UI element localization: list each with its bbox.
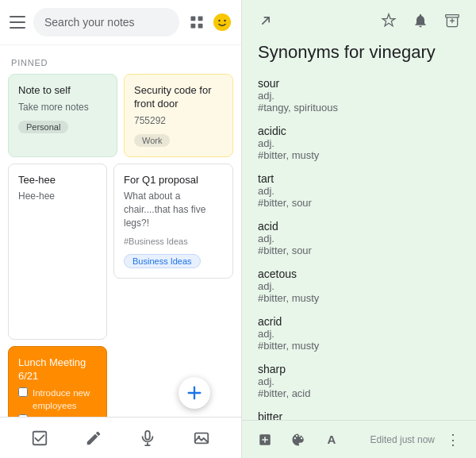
search-placeholder: Search your notes xyxy=(44,16,135,29)
synonym-entry: acid adj. #bitter, sour xyxy=(258,220,460,256)
lunch-meeting-note[interactable]: Lunch Meeting 6/21 Introduce new employe… xyxy=(8,346,107,417)
svg-rect-0 xyxy=(191,17,196,21)
checklist-checkbox[interactable] xyxy=(18,414,28,417)
color-palette-icon[interactable] xyxy=(286,428,310,452)
svg-rect-3 xyxy=(198,24,203,29)
more-options-icon[interactable]: ⋮ xyxy=(441,428,465,452)
synonym-word: sharp xyxy=(258,363,460,375)
security-code-tag: Work xyxy=(134,134,170,147)
checklist-item: Introduce new employees xyxy=(18,387,97,412)
note-toolbar xyxy=(242,0,476,41)
top-bar: Search your notes xyxy=(0,0,241,45)
synonym-entry: acetous adj. #bitter, musty xyxy=(258,267,460,304)
security-code-title: Security code for front door xyxy=(134,84,223,111)
synonym-word: sour xyxy=(258,77,460,90)
synonym-pos: adj. xyxy=(258,280,460,292)
svg-rect-8 xyxy=(145,430,150,439)
checklist-checkbox[interactable] xyxy=(18,387,28,397)
pin-icon[interactable] xyxy=(376,8,401,33)
note-to-self-title: Note to self xyxy=(18,84,107,98)
menu-button[interactable] xyxy=(10,16,25,29)
account-icon[interactable] xyxy=(213,13,232,32)
checkbox-icon[interactable] xyxy=(25,424,54,452)
note-action-icons xyxy=(376,8,465,33)
pinned-notes-row1: Note to self Take more notes Personal Se… xyxy=(8,74,233,157)
synonym-tags: #bitter, sour xyxy=(258,197,460,209)
synonym-pos: adj. xyxy=(258,90,460,102)
synonym-word: acetous xyxy=(258,267,460,280)
remind-icon[interactable] xyxy=(408,8,433,33)
edited-timestamp: Edited just now xyxy=(370,434,435,445)
synonym-pos: adj. xyxy=(258,328,460,340)
synonym-tags: #bitter, musty xyxy=(258,149,460,161)
synonym-tags: #tangy, spirituous xyxy=(258,102,460,114)
note-to-self-tag: Personal xyxy=(18,121,68,133)
edit-icon[interactable] xyxy=(79,424,108,452)
text-format-icon[interactable]: A xyxy=(320,428,344,452)
svg-point-4 xyxy=(213,13,231,31)
synonym-entry: bitter adj. #sharp, musty xyxy=(258,410,460,420)
q1-proposal-body: What about a chair....that has five legs… xyxy=(124,190,223,229)
tee-hee-title: Tee-hee xyxy=(18,174,97,187)
checklist-item: Go over latest stats xyxy=(18,414,97,417)
text-format-label: A xyxy=(328,433,336,446)
synonym-pos: adj. xyxy=(258,185,460,197)
image-icon[interactable] xyxy=(187,424,216,452)
mic-icon[interactable] xyxy=(133,424,162,452)
synonym-tags: #bitter, acid xyxy=(258,387,460,399)
note-to-self-body: Take more notes xyxy=(18,101,107,114)
q1-proposal-tag: Business Ideas xyxy=(124,254,201,268)
archive-icon[interactable] xyxy=(440,8,465,33)
note-bottom-bar: A Edited just now ⋮ xyxy=(242,420,476,458)
q1-proposal-note[interactable]: For Q1 proposal What about a chair....th… xyxy=(113,164,233,279)
synonym-word: bitter xyxy=(258,410,460,420)
synonym-entry: tart adj. #bitter, sour xyxy=(258,172,460,209)
new-note-fab[interactable] xyxy=(178,377,210,409)
synonym-tags: #bitter, musty xyxy=(258,340,460,352)
pinned-section-label: Pinned xyxy=(8,53,233,74)
synonym-word: tart xyxy=(258,172,460,185)
synonym-pos: adj. xyxy=(258,137,460,149)
note-to-self[interactable]: Note to self Take more notes Personal xyxy=(8,74,117,157)
synonyms-list: sour adj. #tangy, spirituous acidic adj.… xyxy=(258,77,460,420)
grid-view-icon[interactable] xyxy=(187,13,206,32)
top-bar-icons xyxy=(187,13,232,32)
note-bottom-actions: A xyxy=(253,428,344,452)
svg-point-5 xyxy=(218,20,220,21)
synonym-pos: adj. xyxy=(258,375,460,387)
security-code-body: 755292 xyxy=(134,114,223,128)
bottom-toolbar xyxy=(0,417,241,458)
synonym-tags: #bitter, sour xyxy=(258,244,460,256)
synonym-word: acrid xyxy=(258,315,460,328)
checklist-item-text: Go over latest stats xyxy=(33,414,97,417)
tee-hee-note[interactable]: Tee-hee Hee-hee xyxy=(8,164,107,341)
search-bar[interactable]: Search your notes xyxy=(33,8,179,37)
lunch-meeting-checklist: Introduce new employeesGo over latest st… xyxy=(18,387,97,417)
right-panel: Synonyms for vinegary sour adj. #tangy, … xyxy=(242,0,476,458)
synonym-entry: sour adj. #tangy, spirituous xyxy=(258,77,460,114)
svg-rect-15 xyxy=(446,15,459,17)
svg-rect-1 xyxy=(198,17,203,21)
checklist-item-text: Introduce new employees xyxy=(33,387,97,412)
svg-rect-2 xyxy=(191,24,196,29)
security-code-note[interactable]: Security code for front door 755292 Work xyxy=(124,74,233,157)
tee-hee-body: Hee-hee xyxy=(18,190,97,203)
note-content[interactable]: Synonyms for vinegary sour adj. #tangy, … xyxy=(242,41,476,420)
synonym-word: acid xyxy=(258,220,460,233)
add-item-icon[interactable] xyxy=(253,428,277,452)
notes-list: Pinned Note to self Take more notes Pers… xyxy=(0,45,241,417)
synonym-entry: acidic adj. #bitter, musty xyxy=(258,125,460,161)
synonym-entry: acrid adj. #bitter, musty xyxy=(258,315,460,352)
synonym-entry: sharp adj. #bitter, acid xyxy=(258,363,460,399)
q1-proposal-hashtag: #Business Ideas xyxy=(124,237,223,246)
expand-icon[interactable] xyxy=(253,8,278,33)
synonym-tags: #bitter, musty xyxy=(258,292,460,304)
synonym-pos: adj. xyxy=(258,233,460,244)
q1-proposal-title: For Q1 proposal xyxy=(124,174,223,187)
lunch-meeting-title: Lunch Meeting 6/21 xyxy=(18,356,97,383)
svg-point-6 xyxy=(224,20,225,21)
active-note-title: Synonyms for vinegary xyxy=(258,41,460,64)
synonym-word: acidic xyxy=(258,125,460,137)
